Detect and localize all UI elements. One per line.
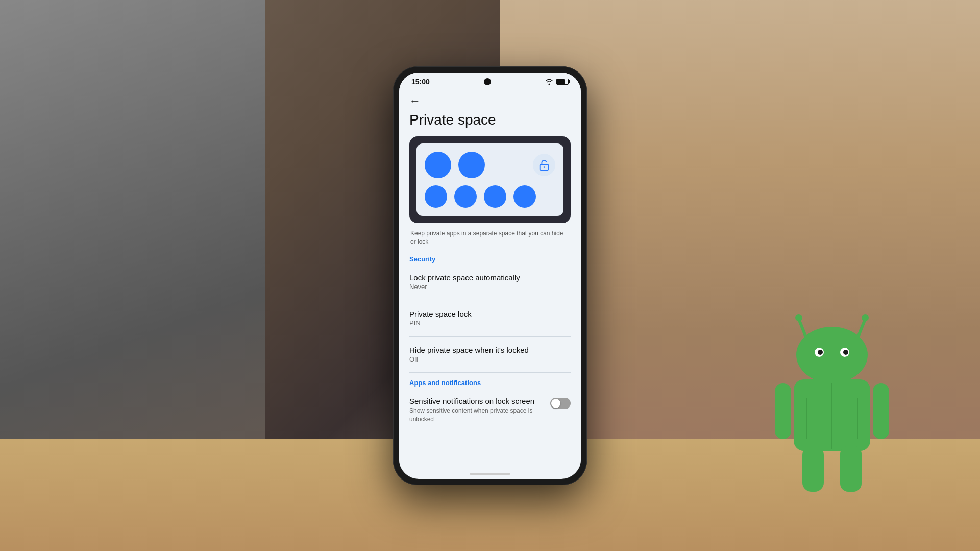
private-space-lock-subtitle: PIN xyxy=(409,319,571,327)
app-icon-2 xyxy=(458,152,485,178)
back-arrow-icon[interactable]: ← xyxy=(409,94,421,107)
app-icon-3 xyxy=(425,185,447,208)
lock-unlock-button[interactable] xyxy=(533,154,555,176)
app-icon-6 xyxy=(513,185,536,208)
svg-rect-12 xyxy=(802,446,824,492)
camera-cutout xyxy=(484,78,491,85)
svg-point-3 xyxy=(862,314,869,321)
svg-rect-10 xyxy=(775,383,791,439)
app-preview-card xyxy=(409,136,571,223)
svg-point-8 xyxy=(843,350,848,355)
divider-2 xyxy=(409,336,571,337)
page-title: Private space xyxy=(409,112,571,128)
app-icon-1 xyxy=(425,152,451,178)
hide-private-space-item[interactable]: Hide private space when it's locked Off xyxy=(409,339,571,370)
svg-point-1 xyxy=(795,314,802,321)
app-icon-4 xyxy=(454,185,477,208)
description-text: Keep private apps in a separate space th… xyxy=(409,229,571,247)
sensitive-notifications-subtitle: Show sensitive content when private spac… xyxy=(409,406,544,424)
divider-3 xyxy=(409,372,571,373)
apps-section-header: Apps and notifications xyxy=(409,377,571,388)
divider-1 xyxy=(409,300,571,300)
security-section-header: Security xyxy=(409,253,571,264)
toggle-knob xyxy=(551,399,560,408)
phone-wrapper: 15:00 xyxy=(393,66,587,485)
svg-rect-13 xyxy=(840,446,862,492)
sensitive-notifications-item[interactable]: Sensitive notifications on lock screen S… xyxy=(409,390,571,431)
status-time: 15:00 xyxy=(411,78,430,86)
android-robot xyxy=(766,304,898,510)
sensitive-notifications-title: Sensitive notifications on lock screen xyxy=(409,397,544,405)
app-preview-inner xyxy=(416,143,564,216)
private-space-lock-item[interactable]: Private space lock PIN xyxy=(409,302,571,334)
lock-automatically-title: Lock private space automatically xyxy=(409,273,571,282)
home-indicator xyxy=(470,473,510,475)
svg-point-6 xyxy=(818,350,823,355)
app-icon-5 xyxy=(484,185,506,208)
status-bar: 15:00 xyxy=(399,73,581,89)
battery-fill xyxy=(557,79,565,84)
svg-point-18 xyxy=(544,166,545,168)
app-row-bottom xyxy=(425,185,555,208)
battery-icon xyxy=(556,79,569,85)
svg-rect-11 xyxy=(873,383,889,439)
back-button[interactable]: ← xyxy=(409,89,571,112)
phone-screen: 15:00 xyxy=(399,73,581,479)
hide-private-space-title: Hide private space when it's locked xyxy=(409,346,571,354)
private-space-lock-title: Private space lock xyxy=(409,309,571,318)
phone-frame: 15:00 xyxy=(393,66,587,485)
sensitive-notifications-toggle[interactable] xyxy=(550,398,571,409)
lock-automatically-item[interactable]: Lock private space automatically Never xyxy=(409,266,571,298)
svg-point-4 xyxy=(796,327,868,383)
sensitive-notifications-content: Sensitive notifications on lock screen S… xyxy=(409,397,550,424)
wifi-icon xyxy=(545,78,553,86)
content-area[interactable]: ← Private space xyxy=(399,89,581,469)
app-row-top xyxy=(425,152,555,178)
lock-automatically-subtitle: Never xyxy=(409,283,571,291)
status-icons xyxy=(545,78,569,86)
hide-private-space-subtitle: Off xyxy=(409,355,571,363)
